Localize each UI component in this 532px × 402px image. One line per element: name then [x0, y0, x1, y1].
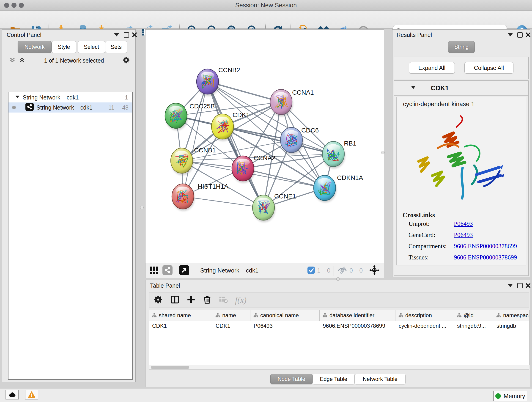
bottom-splitter-handle[interactable]	[336, 277, 340, 281]
column-header[interactable]: namespace	[493, 310, 530, 321]
warning-icon	[28, 391, 36, 399]
control-panel: Control Panel NetworkStyleSelectSets 1 o…	[2, 29, 136, 382]
tab-string[interactable]: String	[448, 41, 475, 53]
maximize-panel-icon[interactable]	[516, 281, 524, 290]
pan-crosshair-icon[interactable]	[369, 265, 380, 276]
memory-label: Memory	[504, 393, 525, 400]
column-header[interactable]: shared name	[149, 310, 212, 321]
crosslink-value-link[interactable]: 9606.ENSP00000378699	[454, 254, 526, 261]
expand-all-button[interactable]: Expand All	[409, 62, 455, 74]
float-panel-icon[interactable]	[506, 281, 514, 290]
svg-text:CDKN1A: CDKN1A	[337, 174, 363, 181]
crosslink-label: Uniprot:	[409, 220, 454, 227]
delete-table-icon	[219, 295, 228, 305]
svg-text:CCNB1: CCNB1	[194, 147, 216, 154]
cloud-icon	[8, 391, 16, 399]
crosslink-label: GeneCard:	[409, 231, 454, 239]
results-panel-title: Results Panel	[397, 32, 432, 38]
right-splitter-handle[interactable]	[381, 151, 385, 154]
network-options-gear-icon[interactable]	[123, 56, 130, 65]
crosslink-value-link[interactable]: P06493	[454, 220, 526, 227]
minimize-window-button[interactable]	[12, 3, 17, 8]
svg-text:CDC6: CDC6	[301, 127, 319, 134]
close-window-button[interactable]	[4, 3, 9, 8]
tab-node-table[interactable]: Node Table	[270, 374, 312, 384]
zoom-window-button[interactable]	[19, 3, 24, 8]
cloud-status-button[interactable]	[6, 390, 19, 400]
show-columns-icon[interactable]	[170, 295, 180, 305]
network-collection-row[interactable]: String Network – cdk1 1	[8, 92, 132, 102]
network-tree: String Network – cdk1 1 String Network –…	[8, 92, 133, 380]
svg-text:RB1: RB1	[344, 140, 356, 147]
close-panel-icon[interactable]	[524, 31, 532, 39]
section-expander-icon[interactable]	[411, 85, 416, 91]
control-panel-tabs: NetworkStyleSelectSets	[18, 41, 127, 53]
expand-all-networks-icon[interactable]	[9, 57, 16, 64]
tab-network-table[interactable]: Network Table	[355, 374, 405, 384]
crosslink-value-link[interactable]: P06493	[454, 265, 526, 265]
warnings-button[interactable]	[25, 390, 38, 400]
table-header-row: shared name name canonical name database…	[149, 310, 529, 321]
maximize-panel-icon[interactable]	[516, 31, 524, 39]
hidden-eye-slash-icon[interactable]	[337, 265, 348, 276]
network-view-toolbar: String Network – cdk1 1 – 0 0 – 0	[146, 263, 384, 278]
selected-checkbox-icon[interactable]	[307, 267, 315, 275]
tab-sets[interactable]: Sets	[105, 41, 127, 53]
grid-view-icon[interactable]	[149, 265, 159, 276]
network-view-panel: CCNB2CCNA1CDC25BCDK1CDC6RB1CCNB1CCNA2CDK…	[145, 29, 384, 278]
window-titlebar: Session: New Session	[0, 0, 532, 11]
network-node-count: 11	[108, 104, 114, 111]
network-selection-bar: 1 of 1 Network selected	[2, 55, 136, 66]
column-header[interactable]: name	[212, 310, 250, 321]
tab-style[interactable]: Style	[51, 41, 76, 53]
table-horizontal-scrollbar[interactable]	[149, 365, 529, 370]
network-row[interactable]: String Network – cdk1 11 48	[8, 102, 132, 113]
column-header[interactable]: canonical name	[250, 310, 320, 321]
results-panel-tabs: String	[393, 41, 530, 53]
crosslink-value-link[interactable]: 9606.ENSP00000378699	[454, 243, 526, 250]
column-header[interactable]: description	[395, 310, 454, 321]
crosslink-label: Compartments:	[409, 243, 454, 250]
hidden-count: 0 – 0	[349, 267, 363, 274]
window-title: Session: New Session	[0, 0, 532, 11]
birdseye-view-icon[interactable]	[179, 265, 189, 276]
close-panel-icon[interactable]	[524, 281, 532, 290]
float-panel-icon[interactable]	[113, 31, 121, 39]
close-panel-icon[interactable]	[130, 31, 139, 39]
maximize-panel-icon[interactable]	[122, 31, 130, 39]
table-panel: Table Panel f(x) shared name name canoni…	[145, 280, 530, 387]
column-header[interactable]: @id	[454, 310, 493, 321]
svg-text:CDK1: CDK1	[233, 111, 250, 119]
table-settings-gear-icon[interactable]	[154, 295, 163, 305]
create-column-plus-icon[interactable]	[186, 295, 196, 305]
crosslink-value-link[interactable]: P06493	[454, 231, 526, 239]
delete-column-trash-icon[interactable]	[203, 295, 212, 305]
column-header[interactable]: database identifier	[320, 310, 395, 321]
scrollbar-thumb[interactable]	[151, 366, 189, 369]
collection-expander-icon[interactable]	[15, 94, 20, 101]
selected-count: 1 – 0	[317, 267, 330, 274]
svg-text:CCNA2: CCNA2	[254, 154, 275, 162]
network-status-dot-icon	[12, 106, 16, 109]
protein-details: cyclin-dependent kinase 1	[396, 97, 526, 265]
tab-select[interactable]: Select	[78, 41, 105, 53]
collapse-all-button[interactable]: Collapse All	[464, 62, 513, 74]
network-share-gray-icon[interactable]	[162, 265, 172, 276]
network-canvas[interactable]: CCNB2CCNA1CDC25BCDK1CDC6RB1CCNB1CCNA2CDK…	[146, 30, 384, 263]
table-tabs: Node TableEdge TableNetwork Table	[146, 374, 530, 384]
network-label: String Network – cdk1	[36, 104, 93, 111]
collapse-all-networks-icon[interactable]	[19, 57, 25, 64]
tab-network[interactable]: Network	[18, 41, 51, 53]
protein-section: CDK1 cyclin-dependent kinase 1	[394, 80, 529, 276]
float-panel-icon[interactable]	[506, 31, 514, 39]
protein-section-header[interactable]: CDK1	[394, 81, 528, 96]
left-splitter-handle[interactable]	[140, 206, 144, 209]
window-controls	[4, 3, 26, 9]
table-row[interactable]: CDK1 CDK1 P06493 9606.ENSP00000378699 cy…	[149, 321, 529, 331]
svg-text:CCNA1: CCNA1	[292, 89, 314, 96]
network-edge-count: 48	[122, 104, 128, 111]
tab-edge-table[interactable]: Edge Table	[312, 374, 355, 384]
memory-button[interactable]: Memory	[493, 391, 527, 401]
protein-description: cyclin-dependent kinase 1	[403, 101, 526, 108]
status-bar: Memory	[0, 388, 532, 402]
